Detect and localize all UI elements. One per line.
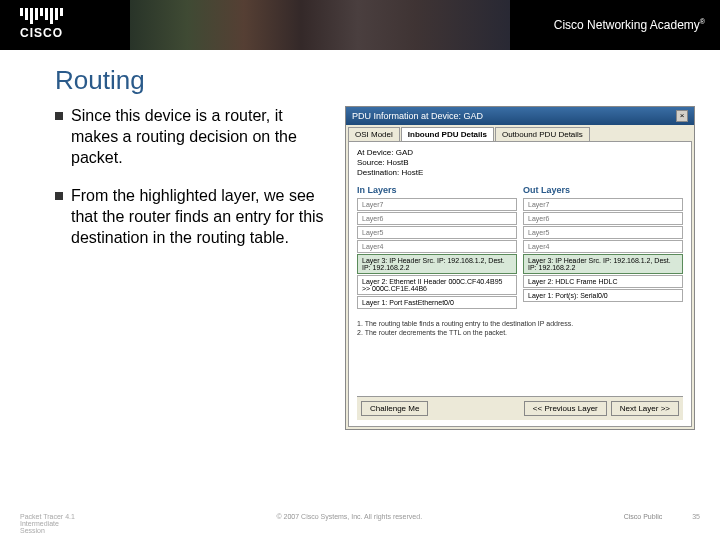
tab-outbound[interactable]: Outbound PDU Details xyxy=(495,127,590,141)
out-layer4: Layer4 xyxy=(523,240,683,253)
tab-osi-model[interactable]: OSI Model xyxy=(348,127,400,141)
in-layer4: Layer4 xyxy=(357,240,517,253)
bullet-item: Since this device is a router, it makes … xyxy=(55,106,330,168)
in-layer2[interactable]: Layer 2: Ethernet II Header 000C.CF40.4B… xyxy=(357,275,517,295)
footer-left: Packet Tracer 4.1 Intermediate Session xyxy=(20,513,75,534)
slide-header: CISCO Cisco Networking Academy® xyxy=(0,0,720,50)
in-layer6: Layer6 xyxy=(357,212,517,225)
in-layers-header: In Layers xyxy=(357,185,517,195)
bullet-icon xyxy=(55,192,63,200)
tab-strip: OSI Model Inbound PDU Details Outbound P… xyxy=(346,125,694,141)
pdu-info-window: PDU Information at Device: GAD × OSI Mod… xyxy=(345,106,695,430)
out-layer6: Layer6 xyxy=(523,212,683,225)
slide-footer: Packet Tracer 4.1 Intermediate Session ©… xyxy=(0,513,720,534)
in-layer7: Layer7 xyxy=(357,198,517,211)
in-layer5: Layer5 xyxy=(357,226,517,239)
slide-title: Routing xyxy=(55,65,720,96)
note-line: 2. The router decrements the TTL on the … xyxy=(357,329,683,336)
close-icon[interactable]: × xyxy=(676,110,688,122)
brand-text: CISCO xyxy=(20,26,63,40)
header-photo-strip xyxy=(130,0,510,50)
academy-label: Cisco Networking Academy® xyxy=(554,18,705,32)
in-layers-col: In Layers Layer7 Layer6 Layer5 Layer4 La… xyxy=(357,185,517,310)
in-layer1[interactable]: Layer 1: Port FastEthernet0/0 xyxy=(357,296,517,309)
out-layer2[interactable]: Layer 2: HDLC Frame HDLC xyxy=(523,275,683,288)
info-source: Source: HostB xyxy=(357,158,683,167)
out-layer7: Layer7 xyxy=(523,198,683,211)
pdu-body: At Device: GAD Source: HostB Destination… xyxy=(348,141,692,427)
tab-inbound[interactable]: Inbound PDU Details xyxy=(401,127,494,141)
footer-classification: Cisco Public xyxy=(624,513,663,534)
pdu-button-row: Challenge Me << Previous Layer Next Laye… xyxy=(357,396,683,420)
bullet-icon xyxy=(55,112,63,120)
content-area: Since this device is a router, it makes … xyxy=(0,106,720,430)
out-layer5: Layer5 xyxy=(523,226,683,239)
bullet-item: From the highlighted layer, we see that … xyxy=(55,186,330,248)
bullet-text: From the highlighted layer, we see that … xyxy=(71,186,330,248)
note-line: 1. The routing table finds a routing ent… xyxy=(357,320,683,327)
info-device: At Device: GAD xyxy=(357,148,683,157)
title-row: Routing xyxy=(0,50,720,106)
challenge-button[interactable]: Challenge Me xyxy=(361,401,428,416)
info-destination: Destination: HostE xyxy=(357,168,683,177)
window-title-text: PDU Information at Device: GAD xyxy=(352,111,483,121)
footer-copyright: © 2007 Cisco Systems, Inc. All rights re… xyxy=(276,513,422,534)
layers-container: In Layers Layer7 Layer6 Layer5 Layer4 La… xyxy=(357,185,683,310)
cisco-logo: CISCO xyxy=(20,8,63,40)
text-column: Since this device is a router, it makes … xyxy=(55,106,330,430)
bullet-text: Since this device is a router, it makes … xyxy=(71,106,330,168)
screenshot-column: PDU Information at Device: GAD × OSI Mod… xyxy=(345,106,695,430)
in-layer3[interactable]: Layer 3: IP Header Src. IP: 192.168.1.2,… xyxy=(357,254,517,274)
prev-layer-button[interactable]: << Previous Layer xyxy=(524,401,607,416)
next-layer-button[interactable]: Next Layer >> xyxy=(611,401,679,416)
footer-right: Cisco Public 35 xyxy=(624,513,700,534)
out-layer1[interactable]: Layer 1: Port(s): Serial0/0 xyxy=(523,289,683,302)
out-layers-header: Out Layers xyxy=(523,185,683,195)
routing-notes: 1. The routing table finds a routing ent… xyxy=(357,320,683,336)
page-number: 35 xyxy=(692,513,700,534)
out-layer3[interactable]: Layer 3: IP Header Src. IP: 192.168.1.2,… xyxy=(523,254,683,274)
out-layers-col: Out Layers Layer7 Layer6 Layer5 Layer4 L… xyxy=(523,185,683,310)
window-titlebar: PDU Information at Device: GAD × xyxy=(346,107,694,125)
